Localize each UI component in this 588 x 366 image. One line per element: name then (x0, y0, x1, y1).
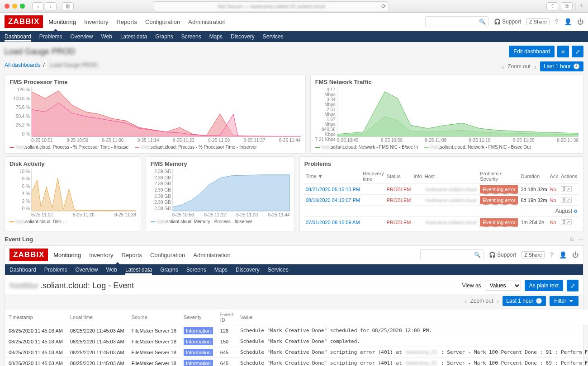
subnav-services[interactable]: Services (263, 32, 284, 42)
sub-nav: DashboardProblemsOverviewWebLatest dataG… (0, 31, 588, 42)
view-as-label: View as (462, 282, 481, 289)
event-row[interactable]: 08/25/2020 11:45:03 AM08/25/2020 11:45:0… (5, 358, 588, 366)
subnav-maps[interactable]: Maps (214, 265, 228, 275)
as-plain-text-button[interactable]: As plain text (525, 280, 563, 291)
list-button[interactable]: ≡ (557, 46, 569, 57)
subnav-services[interactable]: Services (268, 265, 289, 275)
event-row[interactable]: 08/25/2020 11:45:03 AM08/25/2020 11:45:0… (5, 347, 588, 358)
breadcrumb: All dashboards/ Load Gauge PROD (5, 61, 100, 69)
breadcrumb-all[interactable]: All dashboards (5, 62, 40, 68)
subnav-discovery[interactable]: Discovery (236, 265, 260, 275)
window-max-icon[interactable] (20, 4, 25, 9)
share-link[interactable]: Z Share (522, 251, 545, 258)
subnav-latest-data[interactable]: Latest data (125, 265, 152, 275)
user-icon[interactable]: 👤 (564, 18, 572, 25)
event-row[interactable]: 08/25/2020 11:45:03 AM08/25/2020 11:45:0… (5, 336, 588, 347)
card-network: FMS Network Traffic 4.17 Mbps3.34 Mbps2.… (310, 75, 583, 154)
menu-monitoring[interactable]: Monitoring (53, 247, 81, 263)
support-link[interactable]: 🎧 Support (494, 19, 521, 25)
subnav-maps[interactable]: Maps (209, 32, 223, 42)
subnav-web[interactable]: Web (106, 265, 117, 275)
subnav-screens[interactable]: Screens (186, 265, 206, 275)
menu-inventory[interactable]: Inventory (89, 247, 113, 263)
sub-nav: DashboardProblemsOverviewWebLatest dataG… (5, 264, 583, 275)
time-range-button[interactable]: Last 1 hour 🕘 (540, 61, 583, 71)
event-row[interactable]: 08/25/2020 11:45:03 AM08/25/2020 11:45:0… (5, 325, 588, 336)
menu-configuration[interactable]: Configuration (150, 247, 185, 263)
search-icon[interactable]: 🔍 (479, 19, 486, 25)
support-link[interactable]: 🎧 Support (489, 252, 516, 258)
time-range-button[interactable]: Last 1 hour 🕘 (503, 296, 546, 306)
subnav-problems[interactable]: Problems (39, 32, 62, 42)
browser-chrome: ‹ › ▥ Not Secure — basecamp.zabbix.01.so… (0, 0, 588, 13)
url-bar[interactable]: Not Secure — basecamp.zabbix.01.soliant.… (154, 1, 389, 11)
subnav-dashboard[interactable]: Dashboard (5, 32, 31, 42)
card-processor-time: FMS Processor Time 126 %100.8 %75.6 %50.… (5, 75, 306, 154)
top-menu: MonitoringInventoryReportsConfigurationA… (48, 14, 225, 30)
subnav-overview[interactable]: Overview (75, 265, 98, 275)
subnav-problems[interactable]: Problems (44, 265, 67, 275)
reload-icon[interactable]: ⟳ (381, 3, 386, 9)
tabs-icon[interactable]: ⧉ (561, 2, 573, 10)
dashboard-title: Load Gauge PROD (5, 47, 75, 56)
card-title: FMS Processor Time (9, 79, 301, 85)
nav-back-button[interactable]: ‹ (32, 2, 44, 10)
power-icon[interactable]: ⏻ (577, 18, 583, 25)
event-log-title: Event Log (5, 236, 33, 243)
card-title: FMS Memory (151, 160, 290, 167)
card-title: FMS Network Traffic (315, 79, 579, 85)
subnav-graphs[interactable]: Graphs (160, 265, 178, 275)
share-link[interactable]: Z Share (526, 18, 550, 25)
time-next-icon[interactable]: › (497, 297, 499, 305)
menu-monitoring[interactable]: Monitoring (48, 14, 76, 30)
edit-dashboard-button[interactable]: Edit dashboard (509, 46, 555, 57)
plot-net: 4.17 Mbps3.34 Mbps2.51 Mbps1.67 Mbps840.… (337, 87, 579, 137)
host-blur: hostblur (9, 281, 38, 291)
power-icon[interactable]: ⏻ (572, 251, 579, 258)
search-icon[interactable]: 🔍 (474, 252, 481, 258)
new-tab-icon[interactable]: + (575, 2, 583, 10)
problem-row[interactable]: 08/18/2020 04:15:07 PMPROBLEMhostname.so… (304, 195, 579, 206)
nav-fwd-button[interactable]: › (45, 2, 57, 10)
window-min-icon[interactable] (12, 4, 17, 9)
zoom-out-button[interactable]: Zoom out (470, 298, 493, 304)
share-icon[interactable]: ⇪ (546, 2, 558, 10)
event-table: TimestampLocal timeSourceSeverityEvent I… (5, 310, 588, 366)
user-icon[interactable]: 👤 (559, 251, 567, 258)
menu-configuration[interactable]: Configuration (145, 14, 180, 30)
page-title: .soliant.cloud: Log - Event (40, 281, 134, 291)
zabbix-logo[interactable]: ZABBIX (5, 15, 43, 28)
subnav-overview[interactable]: Overview (70, 32, 93, 42)
filter-button[interactable]: Filter ⏷ (550, 296, 579, 306)
problem-row[interactable]: 08/21/2020 05:15:10 PMPROBLEMhostname.so… (304, 184, 579, 195)
help-icon[interactable]: ? (555, 18, 559, 25)
subnav-graphs[interactable]: Graphs (155, 32, 173, 42)
fullscreen-button[interactable]: ⤢ (567, 280, 579, 291)
plot-disk: 10 %8 %6 %4 %2 %0 % (31, 169, 136, 211)
more-icon[interactable]: ⋯ (578, 236, 583, 243)
subnav-screens[interactable]: Screens (181, 32, 201, 42)
view-as-select[interactable]: Values (485, 281, 521, 291)
fullscreen-button[interactable]: ⤢ (572, 46, 583, 57)
problems-table: Time ▼Recovery timeStatusInfoHostProblem… (304, 169, 579, 227)
menu-reports[interactable]: Reports (121, 247, 142, 263)
window-close-icon[interactable] (5, 4, 9, 9)
gear-icon[interactable]: ⚙ (569, 236, 574, 243)
problem-row[interactable]: 07/01/2020 08:15:09 AMPROBLEMhostname.so… (304, 217, 579, 228)
time-prev-icon[interactable]: ‹ (465, 297, 467, 305)
help-icon[interactable]: ? (550, 251, 554, 258)
menu-inventory[interactable]: Inventory (84, 14, 108, 30)
breadcrumb-current: Load Gauge PROD (47, 61, 100, 69)
menu-administration[interactable]: Administration (188, 14, 225, 30)
subnav-discovery[interactable]: Discovery (231, 32, 255, 42)
subnav-dashboard[interactable]: Dashboard (9, 265, 36, 275)
sidebar-toggle-icon[interactable]: ▥ (62, 2, 74, 10)
zoom-out-button[interactable]: Zoom out (507, 63, 531, 70)
subnav-web[interactable]: Web (101, 32, 112, 42)
menu-administration[interactable]: Administration (193, 247, 230, 263)
menu-reports[interactable]: Reports (116, 14, 137, 30)
time-prev-icon[interactable]: ‹ (502, 63, 504, 70)
zabbix-logo[interactable]: ZABBIX (9, 249, 48, 261)
subnav-latest-data[interactable]: Latest data (120, 32, 147, 42)
time-next-icon[interactable]: › (534, 63, 536, 70)
